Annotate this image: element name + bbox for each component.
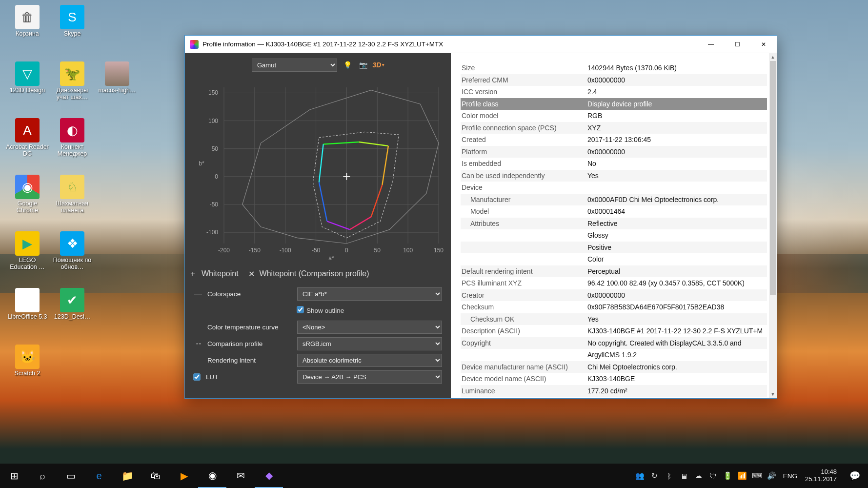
close-button[interactable]: ✕	[750, 36, 777, 53]
info-row[interactable]: Device manufacturer name (ASCII)Chi Mei …	[461, 361, 767, 373]
action-center-icon[interactable]: 💬	[842, 464, 868, 488]
info-value: 0x00000000	[587, 146, 767, 158]
taskbar-search[interactable]: ⌕	[28, 464, 57, 488]
whitepoint-toggle[interactable]: Whitepoint	[202, 269, 239, 278]
line-icon: —	[194, 289, 202, 298]
desktop-icon-chess-planet[interactable]: ♘Шахматная планета	[50, 175, 95, 229]
info-key: Platform	[461, 146, 587, 158]
svg-text:-50: -50	[312, 247, 321, 254]
taskbar-movies[interactable]: ▶	[170, 464, 198, 488]
info-row[interactable]: Positive	[461, 242, 767, 254]
taskbar-displaycal[interactable]: ◆	[255, 464, 283, 488]
info-row[interactable]: PCS illuminant XYZ96.42 100.00 82.49 (xy…	[461, 277, 767, 289]
desktop-icon-macos-high[interactable]: macos-high…	[95, 61, 140, 116]
comparison-select[interactable]: sRGB.icm	[297, 337, 442, 350]
desktop-icon-lego-education[interactable]: ▶LEGO Education …	[5, 231, 50, 286]
info-row[interactable]: ICC version2.4	[461, 86, 767, 98]
tray-wifi-icon[interactable]: 📶	[737, 470, 748, 481]
taskbar-taskview[interactable]: ▭	[57, 464, 85, 488]
info-key: Description (ASCII)	[461, 325, 587, 337]
taskbar-mail[interactable]: ✉	[226, 464, 255, 488]
window-title: Profile information — KJ303-140BGE #1 20…	[202, 41, 698, 48]
info-row[interactable]: Color	[461, 253, 767, 265]
info-row[interactable]: Profile classDisplay device profile	[461, 98, 767, 110]
info-row[interactable]: Color modelRGB	[461, 110, 767, 122]
desktop-icon-skype[interactable]: SSkype	[50, 5, 95, 60]
titlebar[interactable]: Profile information — KJ303-140BGE #1 20…	[185, 36, 777, 53]
ctc-select[interactable]: <None>	[297, 321, 442, 334]
desktop-icon-libreoffice[interactable]: LibreOffice 5.3	[5, 288, 50, 343]
desktop-icon-acrobat[interactable]: AAcrobat Reader DC	[5, 118, 50, 173]
minimize-button[interactable]: —	[698, 36, 724, 53]
svg-line-31	[359, 142, 388, 146]
maximize-button[interactable]: ☐	[724, 36, 750, 53]
info-value: 0x90F78B583DA64E670F5F80175B2EAD38	[587, 301, 767, 313]
info-row[interactable]: Device model name (ASCII)KJ303-140BGE	[461, 373, 767, 385]
desktop-icon-connect-mgr[interactable]: ◐Коннект Менеджер	[50, 118, 95, 173]
info-row[interactable]: Model0x00001464	[461, 205, 767, 218]
svg-text:150: 150	[208, 89, 218, 96]
tray-onedrive-icon[interactable]: ☁	[693, 470, 704, 481]
info-row[interactable]: AttributesReflective	[461, 218, 767, 230]
info-row[interactable]: Checksum0x90F78B583DA64E670F5F80175B2EAD…	[461, 301, 767, 313]
info-row[interactable]: Created2017-11-22 13:06:45	[461, 134, 767, 146]
clock[interactable]: 10:48 25.11.2017	[800, 468, 842, 483]
whitepoint-compare-toggle[interactable]: Whitepoint (Comparison profile)	[260, 269, 369, 278]
desktop-icon-123d-design[interactable]: ▽123D Design	[5, 61, 50, 116]
language-indicator[interactable]: ENG	[780, 472, 800, 480]
info-row[interactable]: Platform0x00000000	[461, 146, 767, 158]
scroll-up-icon[interactable]: ▲	[769, 53, 777, 61]
desktop-icon-scratch[interactable]: 🐱Scratch 2	[5, 345, 50, 399]
tray-people-icon[interactable]: 👥	[635, 470, 646, 481]
desktop-icon-recycle-bin[interactable]: 🗑Корзина	[5, 5, 50, 60]
info-key: Luminance	[461, 385, 587, 397]
tray-volume-icon[interactable]: 🔊	[767, 470, 777, 481]
idea-icon[interactable]: 💡	[342, 60, 353, 70]
tray-defender-icon[interactable]: 🛡	[708, 470, 719, 481]
scroll-down-icon[interactable]: ▼	[769, 390, 777, 398]
3d-view-button[interactable]: 3D	[373, 60, 384, 70]
info-value: Yes	[587, 313, 767, 325]
desktop-icon-update-helper[interactable]: ❖Помощник по обнов…	[50, 231, 95, 286]
info-row[interactable]: ArgyllCMS 1.9.2	[461, 349, 767, 361]
tray-sync-icon[interactable]: ↻	[649, 470, 660, 481]
desktop-icon-chrome[interactable]: ◉Google Chrome	[5, 175, 50, 229]
lut-select[interactable]: Device → A2B → PCS	[297, 370, 442, 384]
tray-bluetooth-icon[interactable]: ᛒ	[664, 470, 675, 481]
info-row[interactable]: Creator0x00000000	[461, 289, 767, 302]
info-row[interactable]: Checksum OKYes	[461, 313, 767, 325]
info-row[interactable]: CopyrightNo copyright. Created with Disp…	[461, 337, 767, 349]
scroll-thumb[interactable]	[770, 61, 776, 295]
info-row[interactable]: Luminance177.20 cd/m²	[461, 385, 767, 397]
info-row[interactable]: Is embeddedNo	[461, 158, 767, 170]
info-row[interactable]: Device	[461, 182, 767, 194]
info-row[interactable]: Profile connection space (PCS)XYZ	[461, 122, 767, 134]
info-row[interactable]: Can be used independentlyYes	[461, 170, 767, 182]
info-row[interactable]: Size1402944 Bytes (1370.06 KiB)	[461, 62, 767, 74]
taskbar-explorer[interactable]: 📁	[113, 464, 141, 488]
snapshot-icon[interactable]: 📷	[358, 60, 368, 70]
taskbar-store[interactable]: 🛍	[141, 464, 170, 488]
view-mode-select[interactable]: Gamut	[252, 59, 337, 72]
scrollbar[interactable]: ▲ ▼	[769, 53, 777, 398]
intent-select[interactable]: Absolute colorimetric	[297, 354, 442, 367]
tray-power-icon[interactable]: 🔋	[723, 470, 733, 481]
taskbar-chrome[interactable]: ◉	[198, 464, 226, 488]
gamut-chart[interactable]: -200-150-100-50050100150-100-50050100150…	[185, 73, 451, 268]
tray-monitor-icon[interactable]: 🖥	[679, 470, 689, 481]
info-row[interactable]: Description (ASCII)KJ303-140BGE #1 2017-…	[461, 325, 767, 337]
desktop-icon-dino-chess[interactable]: 🦖Динозавры учат шах…	[50, 61, 95, 116]
show-outline-checkbox[interactable]: Show outline	[297, 307, 344, 314]
info-row[interactable]: Glossy	[461, 229, 767, 242]
taskbar-edge[interactable]: e	[85, 464, 113, 488]
lut-checkbox[interactable]: LUT	[194, 373, 219, 381]
tray-keyboard-icon[interactable]: ⌨	[752, 470, 763, 481]
taskbar-start[interactable]: ⊞	[0, 464, 28, 488]
colorspace-select[interactable]: CIE a*b*	[297, 287, 442, 301]
desktop-icon-123d-design-file[interactable]: ✔123D_Desi…	[50, 288, 95, 343]
info-row[interactable]: Manufacturer0x0000AF0D Chi Mei Optoelect…	[461, 194, 767, 206]
info-row[interactable]: Preferred CMM0x00000000	[461, 74, 767, 86]
info-key	[461, 349, 587, 361]
taskbar: ⊞⌕▭e📁🛍▶◉✉◆ 👥↻ᛒ🖥☁🛡🔋📶⌨🔊 ENG 10:48 25.11.20…	[0, 464, 868, 488]
info-row[interactable]: Default rendering intentPerceptual	[461, 265, 767, 278]
